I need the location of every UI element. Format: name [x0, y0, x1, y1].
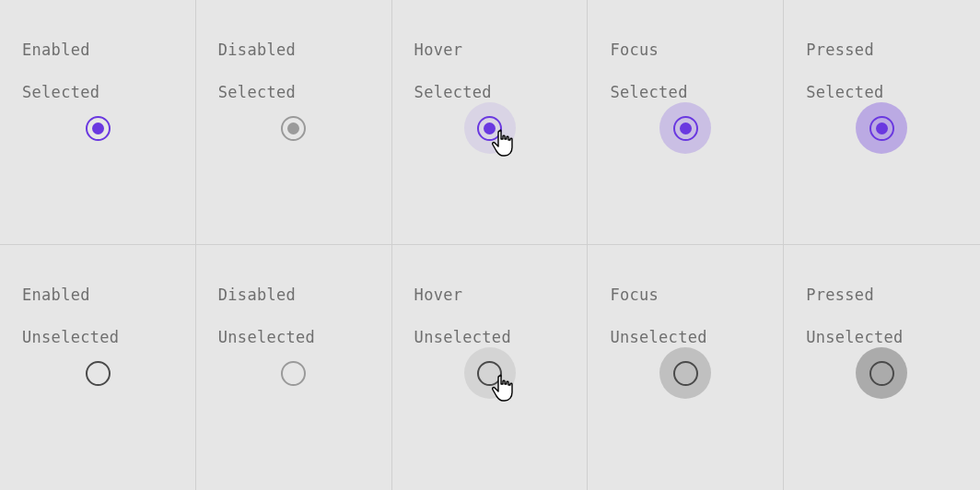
state-label-line2: Selected [806, 83, 883, 101]
radio-button[interactable] [673, 116, 698, 141]
state-label-line1: Hover [414, 41, 463, 59]
radio-dot-icon [92, 122, 104, 134]
state-label-line1: Disabled [218, 286, 296, 304]
state-label: Hover Unselected [414, 263, 571, 348]
state-label: Pressed Unselected [806, 263, 963, 348]
radio-dot-icon [287, 122, 299, 134]
state-label-line1: Pressed [806, 286, 874, 304]
state-label-line1: Hover [414, 286, 463, 304]
state-hover-unselected: Hover Unselected [392, 245, 589, 490]
state-label-line2: Selected [22, 83, 99, 101]
state-label: Focus Unselected [610, 263, 766, 348]
state-label: Hover Selected [414, 18, 571, 103]
radio-button[interactable] [477, 116, 502, 141]
state-label-line1: Enabled [22, 41, 90, 59]
state-hover-selected: Hover Selected [392, 0, 589, 245]
state-label-line2: Unselected [22, 328, 119, 346]
state-label-line2: Selected [218, 83, 296, 101]
state-enabled-unselected: Enabled Unselected [0, 245, 196, 490]
state-label-line2: Unselected [414, 328, 511, 346]
radio-halo [72, 347, 123, 399]
state-label-line1: Enabled [22, 286, 90, 304]
state-label: Pressed Selected [806, 18, 963, 103]
radio-button[interactable] [86, 116, 111, 141]
state-label: Enabled Unselected [22, 263, 179, 348]
state-label-line2: Selected [610, 83, 687, 101]
state-disabled-selected: Disabled Selected [196, 0, 392, 245]
radio-states-grid: Enabled Selected Disabled Selected Hover… [0, 0, 980, 490]
radio-button [281, 361, 306, 386]
radio-halo [659, 102, 711, 154]
state-label-line2: Unselected [610, 328, 706, 346]
state-label: Focus Selected [610, 18, 766, 103]
state-label: Enabled Selected [22, 18, 179, 103]
radio-button[interactable] [86, 361, 111, 386]
radio-halo [72, 102, 123, 154]
state-pressed-selected: Pressed Selected [784, 0, 980, 245]
state-enabled-selected: Enabled Selected [0, 0, 196, 245]
state-focus-selected: Focus Selected [588, 0, 784, 245]
radio-halo [659, 347, 711, 399]
radio-button[interactable] [869, 116, 894, 141]
radio-halo [268, 347, 320, 399]
radio-dot-icon [484, 122, 496, 134]
radio-halo [464, 347, 516, 399]
state-label-line2: Unselected [806, 328, 903, 346]
radio-halo [856, 347, 907, 399]
state-disabled-unselected: Disabled Unselected [196, 245, 392, 490]
radio-button[interactable] [673, 361, 698, 386]
radio-button[interactable] [869, 361, 894, 386]
state-focus-unselected: Focus Unselected [588, 245, 784, 490]
state-label-line2: Selected [414, 83, 492, 101]
radio-halo [856, 102, 907, 154]
radio-halo [268, 102, 320, 154]
radio-button [281, 116, 306, 141]
state-label-line1: Focus [610, 41, 659, 59]
state-label-line1: Pressed [806, 41, 874, 59]
radio-dot-icon [680, 122, 692, 134]
state-label: Disabled Unselected [218, 263, 375, 348]
radio-halo [464, 102, 516, 154]
radio-button[interactable] [477, 361, 502, 386]
radio-dot-icon [876, 122, 888, 134]
state-label-line2: Unselected [218, 328, 315, 346]
state-label: Disabled Selected [218, 18, 375, 103]
state-label-line1: Disabled [218, 41, 296, 59]
state-label-line1: Focus [610, 286, 659, 304]
state-pressed-unselected: Pressed Unselected [784, 245, 980, 490]
